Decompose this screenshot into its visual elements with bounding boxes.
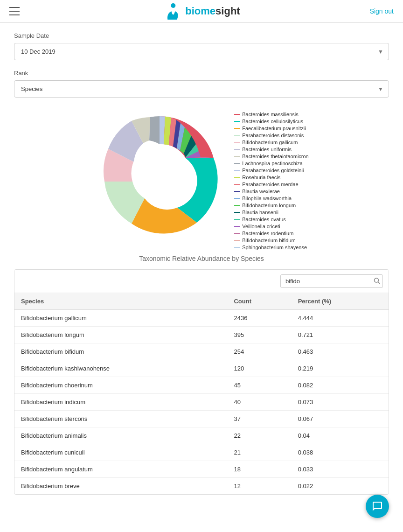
legend-item: Bacteroides cellulosilyticus (234, 119, 308, 124)
search-input[interactable] (280, 274, 383, 288)
cell-species: Bifidobacterium cuniculi (14, 444, 227, 461)
legend-label: Bifidobacterium gallicum (242, 140, 298, 145)
chat-button[interactable] (366, 495, 389, 518)
cell-species: Bifidobacterium animalis (14, 427, 227, 444)
legend-label: Bacteroides massiliensis (242, 112, 298, 117)
cell-percent: 0.219 (292, 360, 389, 377)
cell-count: 37 (227, 411, 291, 427)
legend-color (234, 128, 240, 129)
data-table: Species Count Percent (%) Bifidobacteriu… (14, 293, 389, 494)
cell-species: Bifidobacterium angulatum (14, 461, 227, 478)
table-row: Bifidobacterium gallicum 2436 4.444 (14, 310, 389, 327)
legend-item: Bacteroides uniformis (234, 147, 308, 152)
cell-percent: 0.022 (292, 478, 389, 495)
rank-label: Rank (14, 70, 389, 77)
legend-label: Blautia hansenii (242, 210, 278, 215)
col-species: Species (14, 293, 227, 310)
legend-label: Bacteroides ovatus (242, 217, 286, 222)
legend-item: Bifidobacterium gallicum (234, 140, 308, 145)
legend-color (234, 149, 240, 150)
cell-species: Bifidobacterium bifidum (14, 343, 227, 360)
legend-color (234, 135, 240, 136)
legend-item: Bifidobacterium bifidum (234, 238, 308, 243)
svg-point-1 (132, 144, 188, 200)
legend-item: Bacteroides rodentium (234, 231, 308, 236)
cell-count: 22 (227, 427, 291, 444)
legend-color (234, 212, 240, 213)
legend-item: Veillonella criceti (234, 224, 308, 229)
table-header-row: Species Count Percent (%) (14, 293, 389, 310)
cell-percent: 4.444 (292, 310, 389, 327)
search-icon-button[interactable] (374, 277, 380, 285)
cell-species: Bifidobacterium breve (14, 478, 227, 495)
legend-color (234, 240, 240, 241)
legend-label: Bacteroides cellulosilyticus (242, 119, 303, 124)
legend-item: Faecalibacterium prausnitzii (234, 126, 308, 131)
legend-label: Lachnospira pectinoschiza (242, 161, 303, 166)
chart-section: Bacteroides massiliensis Bacteroides cel… (14, 107, 389, 250)
cell-percent: 0.721 (292, 327, 389, 343)
legend-item: Roseburia faecis (234, 175, 308, 180)
legend-item: Parabacteroides distasonis (234, 133, 308, 138)
search-wrapper (280, 274, 383, 288)
rank-select[interactable]: Species (14, 80, 389, 98)
legend-label: Bacteroides uniformis (242, 147, 292, 152)
legend-label: Bacteroides rodentium (242, 231, 293, 236)
logo: biomesight (163, 2, 240, 21)
header: biomesight Sign out (0, 0, 403, 23)
main-content: Sample Date 10 Dec 2019 ▼ Rank Species ▼ (0, 23, 403, 504)
table-row: Bifidobacterium breve 12 0.022 (14, 478, 389, 495)
donut-svg (94, 107, 225, 238)
legend-color (234, 121, 240, 122)
table-header: Species Count Percent (%) (14, 293, 389, 310)
sample-date-wrapper: 10 Dec 2019 ▼ (14, 43, 389, 60)
legend-color (234, 114, 240, 115)
legend-label: Veillonella criceti (242, 224, 280, 229)
cell-species: Bifidobacterium indicum (14, 394, 227, 411)
hamburger-icon[interactable] (9, 6, 21, 17)
legend-color (234, 226, 240, 227)
table-row: Bifidobacterium indicum 40 0.073 (14, 394, 389, 411)
legend-color (234, 247, 240, 248)
legend-color (234, 205, 240, 206)
logo-text: biomesight (185, 5, 240, 17)
legend-color (234, 163, 240, 164)
sample-date-field: Sample Date 10 Dec 2019 ▼ (14, 32, 389, 60)
cell-species: Bifidobacterium choerinum (14, 377, 227, 394)
legend-item: Bifidobacterium longum (234, 203, 308, 208)
donut-chart (94, 107, 225, 238)
legend-color (234, 156, 240, 157)
svg-point-0 (171, 3, 175, 8)
rank-wrapper: Species ▼ (14, 80, 389, 98)
cell-count: 254 (227, 343, 291, 360)
col-count: Count (227, 293, 291, 310)
chart-title: Taxonomic Relative Abundance by Species (14, 255, 389, 262)
legend-label: Bifidobacterium bifidum (242, 238, 295, 243)
legend-color (234, 233, 240, 234)
cell-percent: 0.082 (292, 377, 389, 394)
cell-species: Bifidobacterium longum (14, 327, 227, 343)
cell-count: 120 (227, 360, 291, 377)
legend-label: Bilophila wadsworthia (242, 196, 292, 201)
legend-item: Blautia wexlerae (234, 189, 308, 194)
table-search-row (14, 270, 389, 293)
legend-color (234, 184, 240, 185)
sample-date-select[interactable]: 10 Dec 2019 (14, 43, 389, 60)
cell-percent: 0.033 (292, 461, 389, 478)
sign-out-button[interactable]: Sign out (370, 7, 394, 15)
legend-color (234, 142, 240, 143)
legend-label: Bacteroides thetaiotaomicron (242, 154, 308, 159)
legend-label: Parabacteroides merdae (242, 182, 298, 187)
legend-item: Parabacteroides goldsteinii (234, 168, 308, 173)
table-row: Bifidobacterium kashiwanohense 120 0.219 (14, 360, 389, 377)
table-row: Bifidobacterium angulatum 18 0.033 (14, 461, 389, 478)
table-row: Bifidobacterium stercoris 37 0.067 (14, 411, 389, 427)
cell-species: Bifidobacterium kashiwanohense (14, 360, 227, 377)
table-body: Bifidobacterium gallicum 2436 4.444 Bifi… (14, 310, 389, 495)
cell-count: 40 (227, 394, 291, 411)
legend-item: Bacteroides ovatus (234, 217, 308, 222)
legend-color (234, 177, 240, 178)
table-row: Bifidobacterium longum 395 0.721 (14, 327, 389, 343)
legend-label: Bifidobacterium longum (242, 203, 296, 208)
legend-item: Parabacteroides merdae (234, 182, 308, 187)
